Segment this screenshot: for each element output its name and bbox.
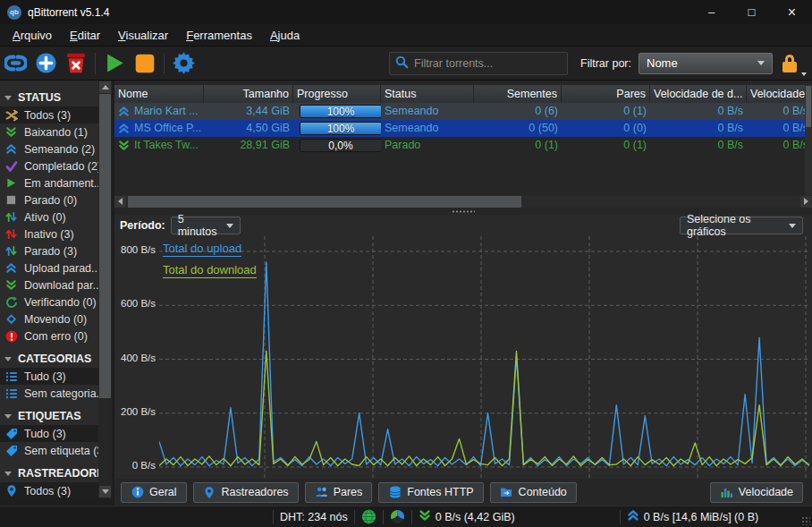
menu-ferramentas[interactable]: Ferramentas (177, 26, 261, 45)
sidebar-item-upload-parad[interactable]: Upload parad... (0, 259, 98, 276)
column-header-sementes[interactable]: Sementes (474, 85, 562, 103)
add-torrent-icon[interactable] (32, 51, 59, 76)
tag-icon (4, 427, 18, 440)
seeding-icon (118, 106, 130, 117)
moving-icon (4, 312, 18, 326)
upload-paused-icon (4, 261, 18, 275)
filter-by-label: Filtrar por: (580, 57, 631, 70)
delete-icon[interactable] (63, 51, 89, 76)
options-icon[interactable] (170, 51, 197, 76)
y-axis-tick: 400 B/s (114, 353, 156, 363)
scroll-right-button[interactable] (800, 196, 812, 208)
chevron-down-icon (801, 72, 807, 76)
y-axis-tick: 600 B/s (114, 298, 156, 309)
app-logo-icon: qb (7, 5, 21, 20)
sidebar-item-semeando-2[interactable]: Semeando (2) (0, 140, 98, 157)
filter-by-dropdown[interactable]: Nome (639, 53, 773, 74)
table-vertical-scrollbar[interactable] (805, 85, 812, 195)
scrollbar-thumb[interactable] (128, 196, 521, 208)
menu-visualizar[interactable]: Visualizar (109, 26, 177, 45)
torrent-upload-speed: 0 B/s (747, 103, 812, 120)
tab-rastreadores[interactable]: Rastreadores (193, 482, 299, 503)
torrent-row[interactable]: Mario Kart ...3,44 GiB 100% Semeando0 (6… (114, 103, 812, 120)
sidebar-item-tudo-3[interactable]: Tudo (3) (0, 425, 98, 442)
scroll-up-button[interactable] (99, 81, 111, 93)
torrent-row[interactable]: It Takes Tw...28,91 GiB 0,0% Parado0 (1)… (114, 137, 812, 154)
paused-icon (4, 244, 18, 258)
search-box (389, 52, 568, 75)
torrent-row[interactable]: MS Office P...4,50 GiB 100% Semeando0 (5… (114, 120, 812, 137)
tracker-icon (203, 486, 216, 499)
torrent-size: 28,91 GiB (204, 137, 293, 154)
search-input[interactable] (414, 57, 557, 70)
column-header-pares[interactable]: Pares (562, 85, 650, 103)
minimize-button[interactable]: – (691, 0, 732, 24)
add-link-icon[interactable] (2, 51, 29, 76)
y-axis-tick: 200 B/s (114, 406, 156, 417)
speed-limits-gauge-icon[interactable] (390, 509, 405, 524)
sidebar-item-completado-2[interactable]: Completado (2) (0, 157, 98, 174)
column-header-tamanho[interactable]: Tamanho (204, 85, 293, 103)
sidebar-item-sem-etiqueta-3[interactable]: Sem etiqueta (3) (0, 442, 98, 459)
sidebar-item-movendo-0[interactable]: Movendo (0) (0, 310, 98, 327)
category-icon (4, 387, 18, 400)
completed-icon (4, 159, 18, 173)
sidebar-section-etiquetas[interactable]: ETIQUETAS (0, 407, 98, 425)
connection-status-icon[interactable] (361, 509, 376, 524)
tab-conteudo[interactable]: Conteúdo (490, 482, 577, 503)
sidebar-section-rastreadores[interactable]: RASTREADORES (0, 464, 98, 482)
speed-widget-button[interactable]: Velocidade (710, 482, 803, 503)
column-header-status[interactable]: Status (381, 85, 474, 103)
collapse-caret-icon (4, 357, 12, 361)
scrollbar-thumb[interactable] (99, 94, 111, 398)
torrent-status: Semeando (381, 103, 474, 120)
menu-ajuda[interactable]: Ajuda (261, 26, 309, 45)
sidebar-scrollbar[interactable] (98, 81, 112, 498)
sidebar-item-todos-3[interactable]: Todos (3) (0, 106, 98, 123)
menu-editar[interactable]: Editar (61, 26, 109, 45)
column-header-velocidade-d[interactable]: Velocidade d (747, 85, 812, 103)
sidebar-item-verificando-0[interactable]: Verificando (0) (0, 293, 98, 310)
column-header-nome[interactable]: Nome (114, 85, 204, 103)
column-header-progresso[interactable]: Progresso (293, 85, 381, 103)
speed-graph-panel: Período: 5 minutos Selecione os gráficos… (114, 215, 812, 479)
sidebar-section-status[interactable]: STATUS (0, 89, 98, 106)
tab-pares[interactable]: Pares (305, 482, 373, 503)
resize-grip[interactable] (801, 516, 810, 525)
select-graphs-dropdown[interactable]: Selecione os gráficos (680, 217, 803, 234)
column-header-velocidade-de-d[interactable]: Velocidade de d... (650, 85, 747, 103)
scroll-left-button[interactable] (114, 196, 126, 208)
resume-icon[interactable] (101, 51, 128, 76)
stop-icon[interactable] (131, 51, 158, 76)
sidebar-item-parado-0[interactable]: Parado (0) (0, 191, 98, 208)
sidebar-item-sem-categoria[interactable]: Sem categoria... (0, 385, 98, 402)
sidebar-section-categorias[interactable]: CATEGORIAS (0, 350, 98, 368)
filter-by-value: Nome (647, 56, 678, 70)
menu-arquivo[interactable]: Arquivo (4, 26, 61, 45)
torrent-size: 3,44 GiB (204, 103, 293, 120)
sidebar-item-inativo-3[interactable]: Inativo (3) (0, 225, 98, 242)
table-horizontal-scrollbar[interactable] (114, 195, 812, 208)
sidebar-item-download-par[interactable]: Download par... (0, 276, 98, 293)
sidebar-item-com-erro-0[interactable]: Com erro (0) (0, 327, 98, 344)
stopped-icon (4, 193, 18, 207)
sidebar-item-baixando-1[interactable]: Baixando (1) (0, 123, 98, 140)
torrent-seeds: 0 (50) (474, 120, 562, 137)
tab-fontes-http[interactable]: Fontes HTTP (378, 482, 483, 503)
scroll-down-button[interactable] (99, 486, 111, 497)
sidebar-item-todos-3[interactable]: Todos (3) (0, 482, 98, 498)
sidebar-item-em-andament[interactable]: Em andament... (0, 174, 98, 191)
sidebar-item-ativo-0[interactable]: Ativo (0) (0, 208, 98, 225)
sidebar-item-tudo-3[interactable]: Tudo (3) (0, 368, 98, 385)
maximize-button[interactable]: □ (732, 0, 772, 24)
download-paused-icon (4, 278, 18, 292)
checking-icon (4, 295, 18, 309)
sidebar-item-parado-3[interactable]: Parado (3) (0, 242, 98, 259)
period-dropdown[interactable]: 5 minutos (171, 217, 241, 234)
torrent-progress: 100% (293, 103, 381, 120)
lock-icon[interactable] (778, 51, 805, 76)
torrent-name: MS Office P... (114, 120, 204, 137)
close-button[interactable]: × (772, 0, 812, 24)
torrent-upload-speed: 0 B/s (747, 120, 812, 137)
tab-geral[interactable]: Geral (121, 482, 187, 503)
